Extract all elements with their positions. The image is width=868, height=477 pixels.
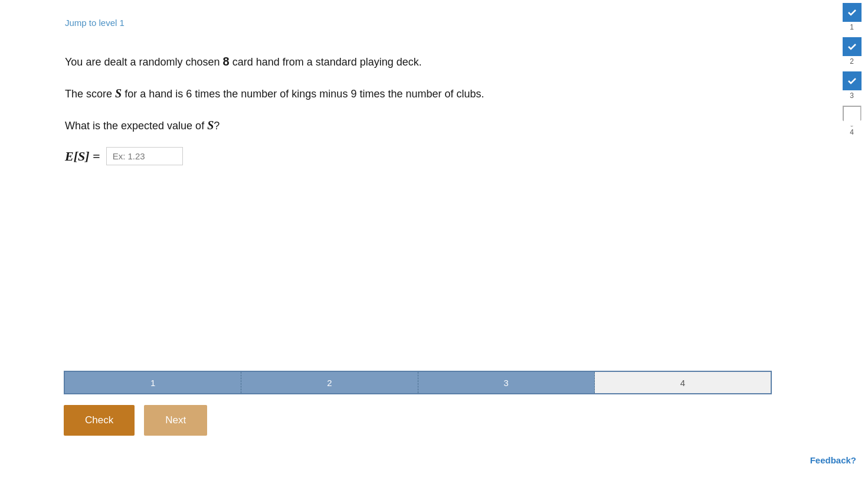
side-nav-label-4: 4 xyxy=(850,128,854,136)
answer-row: E[S] = xyxy=(65,147,761,165)
side-nav-item-2[interactable]: 2 xyxy=(840,37,864,66)
next-button[interactable]: Next xyxy=(144,405,207,436)
progress-bar: 1 2 3 4 xyxy=(64,371,772,394)
progress-segment-3[interactable]: 3 xyxy=(418,372,595,393)
side-nav-label-1: 1 xyxy=(850,23,854,31)
progress-segment-4[interactable]: 4 xyxy=(595,372,771,393)
check-button[interactable]: Check xyxy=(64,405,135,436)
action-buttons: Check Next xyxy=(64,405,207,436)
answer-input[interactable] xyxy=(106,147,183,165)
side-nav-label-3: 3 xyxy=(850,92,854,100)
problem-line-2: The score S for a hand is 6 times the nu… xyxy=(65,83,761,103)
progress-bar-section: 1 2 3 4 xyxy=(64,371,772,394)
feedback-button[interactable]: Feedback? xyxy=(810,455,856,465)
question-line: What is the expected value of S? xyxy=(65,115,761,135)
problem-line-1: You are dealt a randomly chosen 8 card h… xyxy=(65,51,761,71)
jump-to-level-link[interactable]: Jump to level 1 xyxy=(65,18,125,28)
side-nav-check-icon-1 xyxy=(843,3,862,22)
side-nav-item-3[interactable]: 3 xyxy=(840,71,864,100)
progress-segment-2[interactable]: 2 xyxy=(241,372,418,393)
side-nav-shield-icon-4 xyxy=(843,106,862,127)
expected-value-label: E[S] = xyxy=(65,149,100,164)
side-nav-item-4[interactable]: 4 xyxy=(840,106,864,136)
side-nav-check-icon-3 xyxy=(843,71,862,90)
side-nav-check-icon-2 xyxy=(843,37,862,56)
side-navigation: 1 2 3 4 xyxy=(836,0,868,141)
progress-segment-1[interactable]: 1 xyxy=(65,372,241,393)
side-nav-label-2: 2 xyxy=(850,57,854,66)
side-nav-item-1[interactable]: 1 xyxy=(840,3,864,31)
